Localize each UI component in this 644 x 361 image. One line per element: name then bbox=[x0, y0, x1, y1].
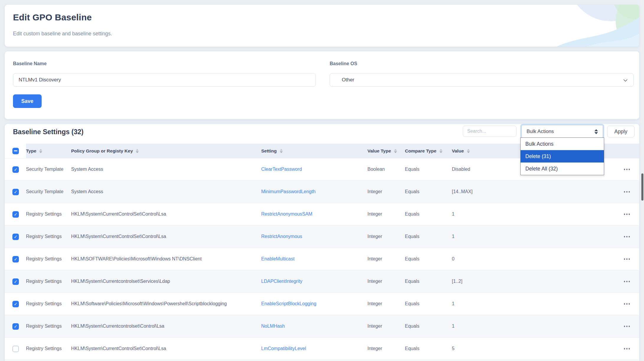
setting-link[interactable]: RestrictAnonymous bbox=[261, 234, 302, 239]
sort-arrows-icon bbox=[39, 149, 42, 153]
row-checkbox[interactable] bbox=[12, 234, 19, 240]
dropdown-option[interactable]: Delete All (32) bbox=[521, 163, 604, 175]
dropdown-option[interactable]: Delete (31) bbox=[521, 150, 604, 163]
setting-link[interactable]: EnableScriptBlockLogging bbox=[261, 301, 316, 306]
table-title: Baseline Settings (32) bbox=[13, 128, 84, 136]
next-row-peek bbox=[5, 360, 639, 361]
row-value: 1 bbox=[452, 211, 607, 218]
row-value-type: Integer bbox=[367, 345, 405, 352]
column-header-compare-type[interactable]: Compare Type bbox=[405, 144, 452, 158]
row-value-type: Integer bbox=[367, 278, 405, 285]
row-checkbox[interactable] bbox=[12, 166, 19, 173]
column-header-type[interactable]: Type bbox=[26, 144, 71, 158]
sort-arrows-icon bbox=[394, 149, 397, 153]
row-value-type: Integer bbox=[367, 323, 405, 330]
ellipsis-menu-icon[interactable] bbox=[623, 212, 631, 217]
row-policy-key: HKLM\Software\Policies\Microsoft\Windows… bbox=[71, 300, 261, 308]
row-checkbox[interactable] bbox=[12, 189, 19, 195]
ellipsis-menu-icon[interactable] bbox=[623, 167, 631, 172]
row-policy-key: HKLM\System\Currentcontrolset\Services\L… bbox=[71, 278, 261, 285]
column-header-actions bbox=[607, 144, 639, 158]
setting-link[interactable]: MinimumPasswordLength bbox=[261, 189, 316, 194]
row-compare-type: Equals bbox=[405, 166, 452, 173]
baseline-os-selected-value: Other bbox=[342, 77, 354, 83]
row-value: 1 bbox=[452, 233, 607, 240]
save-button[interactable]: Save bbox=[13, 94, 42, 108]
row-checkbox[interactable] bbox=[12, 301, 19, 307]
ellipsis-menu-icon[interactable] bbox=[623, 234, 631, 239]
sort-arrows-icon bbox=[467, 149, 470, 153]
row-policy-key: HKLM\System\CurrentControlSet\Control\Ls… bbox=[71, 211, 261, 218]
setting-link[interactable]: LmCompatibilityLevel bbox=[261, 346, 306, 351]
row-checkbox[interactable] bbox=[12, 323, 19, 330]
ellipsis-menu-icon[interactable] bbox=[623, 346, 631, 351]
scrollbar-thumb[interactable] bbox=[641, 173, 643, 201]
table-row: Security Template System Access MinimumP… bbox=[5, 180, 639, 203]
ellipsis-menu-icon[interactable] bbox=[623, 189, 631, 194]
row-checkbox[interactable] bbox=[12, 211, 19, 218]
row-checkbox[interactable] bbox=[12, 256, 19, 262]
column-header-value-type[interactable]: Value Type bbox=[367, 144, 405, 158]
sort-arrows-icon bbox=[439, 149, 442, 153]
row-compare-type: Equals bbox=[405, 323, 452, 330]
ellipsis-menu-icon[interactable] bbox=[623, 301, 631, 306]
row-compare-type: Equals bbox=[405, 345, 452, 352]
chevron-down-icon bbox=[623, 78, 627, 82]
table-row: Registry Settings HKLM\System\CurrentCon… bbox=[5, 203, 639, 225]
row-compare-type: Equals bbox=[405, 211, 452, 218]
row-checkbox[interactable] bbox=[12, 278, 19, 285]
row-compare-type: Equals bbox=[405, 278, 452, 285]
baseline-name-input[interactable] bbox=[13, 73, 316, 87]
row-policy-key: HKLM\System\CurrentControlSet\Control\Ls… bbox=[71, 345, 261, 352]
row-value-type: Integer bbox=[367, 300, 405, 308]
row-value-type: Integer bbox=[367, 255, 405, 263]
decorative-corner-art bbox=[515, 5, 639, 47]
setting-link[interactable]: ClearTextPassword bbox=[261, 167, 302, 172]
row-type: Registry Settings bbox=[26, 345, 71, 352]
row-type: Registry Settings bbox=[26, 255, 71, 263]
dropdown-option[interactable]: Bulk Actions bbox=[521, 138, 604, 150]
table-body: Security Template System Access ClearTex… bbox=[5, 158, 639, 360]
ellipsis-menu-icon[interactable] bbox=[623, 324, 631, 329]
select-updown-arrows-icon bbox=[594, 129, 598, 134]
row-value-type: Integer bbox=[367, 211, 405, 218]
settings-table: Type Policy Group or Registy Key Setting… bbox=[5, 144, 639, 361]
bulk-actions-dropdown-menu: Bulk ActionsDelete (31)Delete All (32) bbox=[520, 137, 604, 175]
row-type: Registry Settings bbox=[26, 300, 71, 308]
row-policy-key: HKLM\System\Currentcontrolset\Control\Ls… bbox=[71, 323, 261, 330]
setting-link[interactable]: NoLMHash bbox=[261, 324, 285, 329]
row-type: Security Template bbox=[26, 166, 71, 173]
select-all-checkbox[interactable] bbox=[12, 148, 19, 154]
baseline-settings-card: Baseline Settings (32) Bulk Actions Appl… bbox=[5, 124, 639, 361]
row-value: [1..2] bbox=[452, 278, 607, 285]
sort-arrows-icon bbox=[136, 149, 139, 153]
column-header-policy-key[interactable]: Policy Group or Registy Key bbox=[71, 144, 261, 158]
apply-button[interactable]: Apply bbox=[607, 126, 635, 137]
setting-link[interactable]: RestrictAnonymousSAM bbox=[261, 211, 312, 216]
ellipsis-menu-icon[interactable] bbox=[623, 257, 631, 262]
row-value: [14..MAX] bbox=[452, 188, 607, 196]
column-header-setting[interactable]: Setting bbox=[261, 144, 367, 158]
row-policy-key: HKLM\SOFTWARE\Policies\Microsoft\Windows… bbox=[71, 255, 261, 263]
row-type: Registry Settings bbox=[26, 233, 71, 240]
row-value: 0 bbox=[452, 255, 607, 263]
scrollbar-track bbox=[640, 0, 644, 361]
bulk-actions-select[interactable]: Bulk Actions bbox=[522, 125, 603, 138]
baseline-form-card: Baseline Name Baseline OS Other Save bbox=[5, 51, 639, 119]
table-row: Registry Settings HKLM\System\Currentcon… bbox=[5, 270, 639, 293]
setting-link[interactable]: EnableMulticast bbox=[261, 256, 295, 261]
row-policy-key: System Access bbox=[71, 188, 261, 196]
row-type: Registry Settings bbox=[26, 278, 71, 285]
baseline-os-select[interactable]: Other bbox=[330, 73, 634, 87]
row-checkbox[interactable] bbox=[12, 346, 19, 352]
row-value: 1 bbox=[452, 323, 607, 330]
page-subtitle: Edit custom baseline and baseline settin… bbox=[13, 31, 112, 37]
table-row: Registry Settings HKLM\System\CurrentCon… bbox=[5, 225, 639, 248]
baseline-os-label: Baseline OS bbox=[330, 61, 357, 66]
setting-link[interactable]: LDAPClientIntegrity bbox=[261, 279, 303, 284]
search-input[interactable] bbox=[463, 126, 516, 137]
row-compare-type: Equals bbox=[405, 255, 452, 263]
row-value-type: Integer bbox=[367, 188, 405, 196]
baseline-name-label: Baseline Name bbox=[13, 61, 47, 66]
ellipsis-menu-icon[interactable] bbox=[623, 279, 631, 284]
